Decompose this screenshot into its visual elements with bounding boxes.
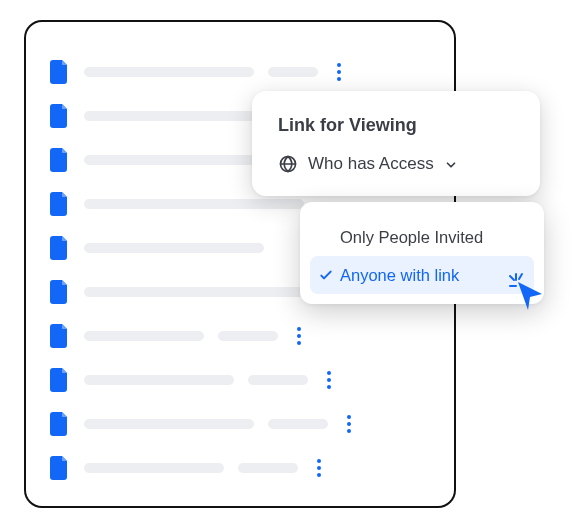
document-icon	[50, 324, 70, 348]
document-icon	[50, 368, 70, 392]
svg-line-4	[519, 274, 522, 279]
more-options-button[interactable]	[342, 415, 356, 433]
file-meta-placeholder	[248, 375, 308, 385]
file-row[interactable]	[50, 358, 434, 402]
file-name-placeholder	[84, 463, 224, 473]
option-anyone-with-link[interactable]: Anyone with link	[310, 256, 534, 294]
document-icon	[50, 412, 70, 436]
document-icon	[50, 60, 70, 84]
file-name-placeholder	[84, 199, 304, 209]
file-row[interactable]	[50, 50, 434, 94]
more-options-button[interactable]	[312, 459, 326, 477]
globe-icon	[278, 154, 298, 174]
file-row[interactable]	[50, 446, 434, 490]
file-meta-placeholder	[268, 419, 328, 429]
more-options-button[interactable]	[332, 63, 346, 81]
cursor-icon	[508, 272, 548, 312]
option-only-invited[interactable]: Only People Invited	[310, 218, 534, 256]
who-has-access-dropdown[interactable]: Who has Access	[278, 154, 516, 174]
file-name-placeholder	[84, 419, 254, 429]
file-meta-placeholder	[238, 463, 298, 473]
file-meta-placeholder	[268, 67, 318, 77]
more-options-button[interactable]	[292, 327, 306, 345]
option-label: Anyone with link	[340, 266, 459, 285]
document-icon	[50, 192, 70, 216]
svg-line-3	[510, 276, 514, 280]
file-row[interactable]	[50, 402, 434, 446]
check-icon	[318, 267, 334, 283]
who-has-access-label: Who has Access	[308, 154, 434, 174]
file-name-placeholder	[84, 331, 204, 341]
document-icon	[50, 280, 70, 304]
file-name-placeholder	[84, 67, 254, 77]
share-popup: Link for Viewing Who has Access	[252, 91, 540, 196]
file-name-placeholder	[84, 375, 234, 385]
document-icon	[50, 236, 70, 260]
share-popup-title: Link for Viewing	[278, 115, 516, 136]
chevron-down-icon	[444, 157, 458, 171]
document-icon	[50, 456, 70, 480]
document-icon	[50, 148, 70, 172]
document-icon	[50, 104, 70, 128]
file-row[interactable]	[50, 314, 434, 358]
file-name-placeholder	[84, 243, 264, 253]
file-meta-placeholder	[218, 331, 278, 341]
more-options-button[interactable]	[322, 371, 336, 389]
option-label: Only People Invited	[340, 228, 483, 247]
